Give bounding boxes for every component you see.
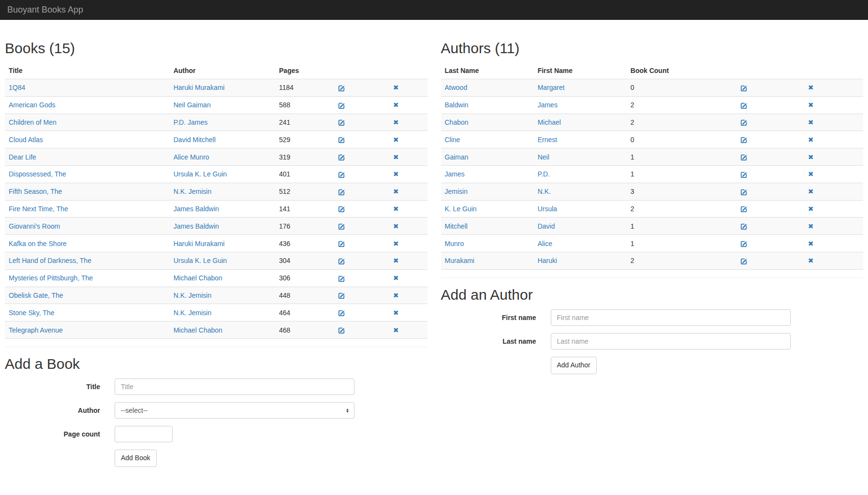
delete-author-button[interactable] <box>808 257 814 264</box>
author-first-name-link[interactable]: James <box>538 101 558 109</box>
delete-book-button[interactable] <box>393 291 399 299</box>
delete-book-button[interactable] <box>393 136 399 144</box>
edit-book-button[interactable] <box>338 275 345 282</box>
author-first-name-field[interactable] <box>551 309 791 326</box>
delete-book-button[interactable] <box>393 118 399 126</box>
author-first-name-link[interactable]: N.K. <box>538 188 551 195</box>
edit-book-button[interactable] <box>338 189 345 196</box>
edit-book-button[interactable] <box>338 292 345 299</box>
author-last-name-link[interactable]: Atwood <box>445 84 468 91</box>
author-last-name-link[interactable]: Mitchell <box>445 222 468 230</box>
author-first-name-link[interactable]: Ernest <box>538 136 557 144</box>
edit-book-button[interactable] <box>338 136 345 144</box>
author-first-name-link[interactable]: David <box>538 222 555 230</box>
book-author-link[interactable]: P.D. James <box>174 118 208 126</box>
delete-author-button[interactable] <box>808 222 814 230</box>
delete-book-button[interactable] <box>393 309 399 317</box>
edit-author-button[interactable] <box>740 85 748 92</box>
delete-author-button[interactable] <box>808 136 814 144</box>
edit-author-button[interactable] <box>740 189 748 196</box>
book-author-link[interactable]: N.K. Jemisin <box>174 188 212 195</box>
add-author-button[interactable]: Add Author <box>551 357 597 374</box>
delete-book-button[interactable] <box>393 257 399 264</box>
edit-author-button[interactable] <box>740 154 748 161</box>
delete-author-button[interactable] <box>808 118 814 126</box>
author-first-name-link[interactable]: Haruki <box>538 257 557 264</box>
author-first-name-link[interactable]: Neil <box>538 153 549 161</box>
delete-author-button[interactable] <box>808 205 814 213</box>
add-book-button[interactable]: Add Book <box>115 450 157 467</box>
delete-book-button[interactable] <box>393 188 399 195</box>
edit-author-button[interactable] <box>740 223 748 230</box>
book-author-link[interactable]: Ursula K. Le Guin <box>174 170 227 178</box>
edit-book-button[interactable] <box>338 258 345 265</box>
edit-book-button[interactable] <box>338 240 345 248</box>
book-title-link[interactable]: Obelisk Gate, The <box>9 291 63 299</box>
author-last-name-link[interactable]: Chabon <box>445 118 469 126</box>
book-title-link[interactable]: 1Q84 <box>9 84 25 91</box>
edit-book-button[interactable] <box>338 154 345 161</box>
author-first-name-link[interactable]: Ursula <box>538 205 557 213</box>
book-title-link[interactable]: Children of Men <box>9 118 57 126</box>
book-title-link[interactable]: Giovanni's Room <box>9 222 60 230</box>
book-title-link[interactable]: Mysteries of Pittsburgh, The <box>9 274 93 282</box>
book-title-link[interactable]: Fifth Season, The <box>9 188 62 195</box>
edit-book-button[interactable] <box>338 205 345 213</box>
author-last-name-link[interactable]: K. Le Guin <box>445 205 477 213</box>
author-first-name-link[interactable]: P.D. <box>538 170 550 178</box>
author-last-name-link[interactable]: Gaiman <box>445 153 469 161</box>
book-author-link[interactable]: Haruki Murakami <box>174 240 225 248</box>
delete-author-button[interactable] <box>808 240 814 248</box>
edit-book-button[interactable] <box>338 102 345 109</box>
delete-book-button[interactable] <box>393 84 399 91</box>
book-author-select[interactable]: --select-- ▲▼ <box>115 402 354 419</box>
edit-book-button[interactable] <box>338 85 345 92</box>
author-last-name-field[interactable] <box>551 333 791 349</box>
book-title-link[interactable]: Fire Next Time, The <box>9 205 68 213</box>
delete-book-button[interactable] <box>393 101 399 109</box>
delete-book-button[interactable] <box>393 205 399 213</box>
book-author-link[interactable]: James Baldwin <box>174 222 219 230</box>
book-author-link[interactable]: Ursula K. Le Guin <box>174 257 227 264</box>
app-brand[interactable]: Buoyant Books App <box>0 0 90 20</box>
book-title-field[interactable] <box>115 379 354 395</box>
book-author-link[interactable]: David Mitchell <box>174 136 216 144</box>
edit-author-button[interactable] <box>740 119 748 126</box>
book-title-link[interactable]: Dear Life <box>9 153 36 161</box>
edit-book-button[interactable] <box>338 223 345 230</box>
author-last-name-link[interactable]: James <box>445 170 465 178</box>
book-page-count-field[interactable] <box>115 426 173 442</box>
book-title-link[interactable]: Kafka on the Shore <box>9 240 67 248</box>
author-last-name-link[interactable]: Munro <box>445 240 464 248</box>
delete-book-button[interactable] <box>393 222 399 230</box>
edit-book-button[interactable] <box>338 171 345 178</box>
author-last-name-link[interactable]: Murakami <box>445 257 474 264</box>
author-first-name-link[interactable]: Margaret <box>538 84 565 91</box>
edit-author-button[interactable] <box>740 102 748 109</box>
delete-author-button[interactable] <box>808 170 814 178</box>
delete-book-button[interactable] <box>393 170 399 178</box>
delete-book-button[interactable] <box>393 240 399 248</box>
author-last-name-link[interactable]: Baldwin <box>445 101 469 109</box>
delete-author-button[interactable] <box>808 153 814 161</box>
edit-book-button[interactable] <box>338 309 345 317</box>
book-author-link[interactable]: Michael Chabon <box>174 274 222 282</box>
book-author-link[interactable]: James Baldwin <box>174 205 219 213</box>
book-title-link[interactable]: American Gods <box>9 101 55 109</box>
author-last-name-link[interactable]: Cline <box>445 136 460 144</box>
delete-author-button[interactable] <box>808 101 814 109</box>
edit-book-button[interactable] <box>338 119 345 126</box>
book-title-link[interactable]: Telegraph Avenue <box>9 326 63 334</box>
edit-author-button[interactable] <box>740 171 748 178</box>
author-first-name-link[interactable]: Michael <box>538 118 561 126</box>
book-title-link[interactable]: Cloud Atlas <box>9 136 43 144</box>
edit-author-button[interactable] <box>740 258 748 265</box>
book-title-link[interactable]: Stone Sky, The <box>9 309 54 317</box>
book-author-link[interactable]: Alice Munro <box>174 153 209 161</box>
edit-book-button[interactable] <box>338 327 345 334</box>
book-title-link[interactable]: Dispossessed, The <box>9 170 66 178</box>
edit-author-button[interactable] <box>740 240 748 248</box>
delete-book-button[interactable] <box>393 274 399 282</box>
delete-author-button[interactable] <box>808 188 814 195</box>
delete-book-button[interactable] <box>393 326 399 334</box>
